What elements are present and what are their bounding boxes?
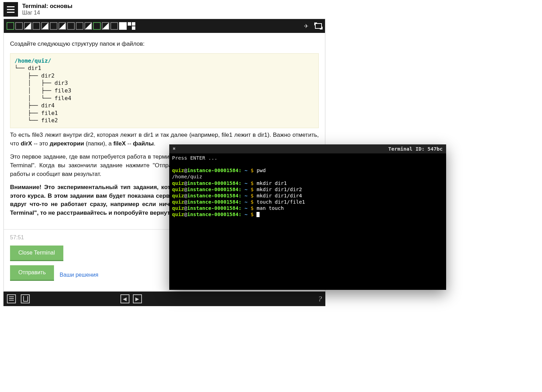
bookmark-icon[interactable] (21, 294, 30, 303)
submit-button[interactable]: Отправить (10, 265, 54, 281)
toolbar-right (302, 22, 322, 30)
step-8[interactable] (67, 22, 75, 30)
prev-button[interactable]: ◀ (120, 294, 129, 303)
title-block: Terminal: основы Шаг 14 (22, 3, 72, 16)
step-6[interactable] (50, 22, 57, 30)
step-7[interactable] (58, 22, 66, 30)
step-label: Шаг 14 (22, 10, 72, 16)
tree-body: └── dir1 ├── dir2 │ ├── dir3 │ ├── file3… (15, 65, 71, 124)
step-5[interactable] (41, 22, 49, 30)
step-4[interactable] (33, 22, 40, 30)
step-13[interactable] (110, 22, 118, 30)
tree-path: /home/quiz/ (15, 57, 51, 64)
plane-icon[interactable] (302, 22, 310, 30)
terminal-window[interactable]: ✖ Terminal ID: 547bc Press ENTER ... qui… (169, 144, 446, 290)
terminal-body[interactable]: Press ENTER ... quiz@instance-00001584: … (169, 153, 446, 219)
fullscreen-icon[interactable] (315, 22, 322, 30)
step-14[interactable] (119, 22, 127, 30)
help-icon[interactable]: ? (318, 294, 322, 303)
solutions-link[interactable]: Ваши решения (60, 272, 98, 278)
close-icon[interactable]: ✖ (173, 146, 178, 152)
next-button[interactable]: ▶ (133, 294, 142, 303)
step-2[interactable] (15, 22, 23, 30)
step-11[interactable] (93, 22, 101, 30)
page-header: Terminal: основы Шаг 14 (0, 0, 542, 19)
step-1[interactable] (7, 22, 14, 30)
terminal-id: Terminal ID: 547bc (388, 146, 443, 152)
page-title: Terminal: основы (22, 3, 72, 10)
bottom-bar: ◀ ▶ ? (3, 292, 325, 306)
close-terminal-button[interactable]: Close Terminal (10, 246, 63, 261)
menu-icon[interactable] (3, 2, 18, 17)
step-toolbar (4, 19, 325, 33)
intro-text: Создайте следующую структуру папок и фай… (10, 40, 319, 48)
code-tree: /home/quiz/ └── dir1 ├── dir2 │ ├── dir3… (10, 53, 319, 128)
nav-arrows: ◀ ▶ (120, 294, 142, 303)
step-icons (7, 22, 135, 30)
step-10[interactable] (84, 22, 92, 30)
step-3[interactable] (24, 22, 31, 30)
hamburger-icon (7, 6, 15, 13)
step-12[interactable] (102, 22, 109, 30)
terminal-header[interactable]: ✖ Terminal ID: 547bc (169, 144, 446, 153)
list-icon[interactable] (7, 294, 16, 303)
step-9[interactable] (76, 22, 83, 30)
step-15[interactable] (128, 22, 135, 30)
